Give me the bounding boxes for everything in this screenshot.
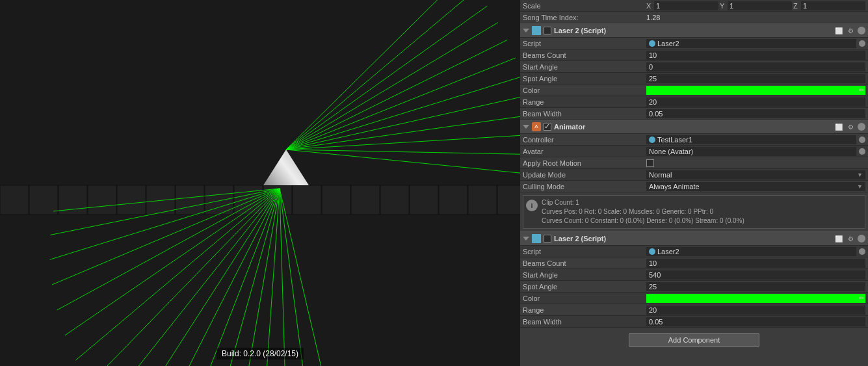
laser2-range-row: Range 20 bbox=[520, 304, 868, 316]
update-mode-label: Update Mode bbox=[523, 171, 646, 179]
apply-root-motion-checkbox[interactable] bbox=[646, 159, 654, 167]
laser1-color-bar[interactable]: ✏ bbox=[646, 86, 865, 95]
laser2-script-value[interactable]: Laser2 bbox=[646, 247, 856, 256]
laser1-circle-icon[interactable] bbox=[858, 27, 865, 34]
song-time-value: 1.28 bbox=[646, 14, 865, 21]
laser2-circle-icon[interactable] bbox=[858, 235, 865, 242]
laser2-page-icon[interactable]: ⬜ bbox=[834, 235, 844, 242]
animator-avatar-select-icon[interactable] bbox=[859, 148, 865, 155]
scale-row: Scale X 1 Y 1 Z 1 bbox=[520, 0, 868, 12]
laser2-spot-angle-label: Spot Angle bbox=[523, 283, 646, 291]
laser1-script-label: Script bbox=[523, 40, 646, 47]
animator-section-title: Animator bbox=[554, 123, 585, 131]
culling-mode-dropdown[interactable]: Always Animate ▼ bbox=[646, 182, 865, 191]
laser2-section-title: Laser 2 (Script) bbox=[554, 235, 606, 242]
laser1-spot-angle-row: Spot Angle 25 bbox=[520, 73, 868, 85]
z-axis-label: Z bbox=[793, 2, 800, 10]
animator-section-icons: ⬜ ⚙ bbox=[834, 123, 865, 131]
inspector-panel: Scale X 1 Y 1 Z 1 Song Time Index: 1.28 … bbox=[520, 0, 868, 366]
laser1-enabled-checkbox[interactable] bbox=[544, 27, 551, 34]
laser2-beams-count-value[interactable]: 10 bbox=[646, 259, 865, 268]
laser2-spot-angle-row: Spot Angle 25 bbox=[520, 281, 868, 293]
laser1-beams-count-value[interactable]: 10 bbox=[646, 51, 865, 60]
collapse-arrow-icon[interactable] bbox=[523, 29, 529, 33]
animator-controller-select-icon[interactable] bbox=[859, 137, 865, 143]
culling-mode-arrow-icon: ▼ bbox=[857, 182, 863, 191]
laser1-color-row: Color ✏ bbox=[520, 85, 868, 96]
laser2-beam-width-value[interactable]: 0.05 bbox=[646, 317, 865, 326]
laser1-start-angle-value[interactable]: 0 bbox=[646, 62, 865, 72]
laser1-range-value[interactable]: 20 bbox=[646, 98, 865, 107]
animator-controller-row: Controller TestLaser1 bbox=[520, 134, 868, 146]
laser1-page-icon[interactable]: ⬜ bbox=[834, 27, 844, 34]
laser1-spot-angle-value[interactable]: 25 bbox=[646, 74, 865, 83]
laser2-enabled-checkbox[interactable] bbox=[544, 235, 551, 242]
laser2-color-edit-icon[interactable]: ✏ bbox=[859, 294, 865, 302]
add-component-button[interactable]: Add Component bbox=[629, 333, 760, 347]
laser2-beams-count-label: Beams Count bbox=[523, 259, 646, 267]
animator-controller-value[interactable]: TestLaser1 bbox=[646, 135, 856, 144]
script-icon bbox=[532, 26, 541, 35]
laser2-start-angle-label: Start Angle bbox=[523, 271, 646, 279]
laser1-range-row: Range 20 bbox=[520, 96, 868, 108]
laser1-script-dot bbox=[649, 40, 655, 47]
scale-z-value[interactable]: 1 bbox=[801, 1, 865, 10]
update-mode-arrow-icon: ▼ bbox=[857, 170, 863, 179]
animator-enabled-checkbox[interactable] bbox=[544, 123, 551, 131]
info-text: Clip Count: 1 Curves Pos: 0 Rot: 0 Scale… bbox=[542, 198, 744, 226]
y-axis-label: Y bbox=[720, 2, 726, 10]
scale-y-value[interactable]: 1 bbox=[728, 1, 792, 10]
animator-page-icon[interactable]: ⬜ bbox=[834, 124, 844, 131]
laser1-section-header: Laser 2 (Script) ⬜ ⚙ bbox=[520, 23, 868, 38]
animator-avatar-label: Avatar bbox=[523, 148, 646, 155]
laser2-gear-icon[interactable]: ⚙ bbox=[847, 235, 855, 242]
laser1-beam-width-label: Beam Width bbox=[523, 110, 646, 118]
scale-z-field: Z 1 bbox=[793, 1, 865, 10]
song-time-row: Song Time Index: 1.28 bbox=[520, 12, 868, 23]
laser1-script-row: Script Laser2 bbox=[520, 38, 868, 49]
laser2-color-bar[interactable]: ✏ bbox=[646, 294, 865, 303]
laser1-section-icons: ⬜ ⚙ bbox=[834, 27, 865, 34]
apply-root-motion-row: Apply Root Motion bbox=[520, 157, 868, 169]
culling-mode-row: Culling Mode Always Animate ▼ bbox=[520, 181, 868, 192]
animator-section-header: A Animator ⬜ ⚙ bbox=[520, 120, 868, 134]
laser1-beam-width-value[interactable]: 0.05 bbox=[646, 109, 865, 118]
animator-circle-icon[interactable] bbox=[858, 123, 865, 131]
culling-mode-label: Culling Mode bbox=[523, 183, 646, 190]
scale-y-field: Y 1 bbox=[720, 1, 792, 10]
animator-gear-icon[interactable]: ⚙ bbox=[847, 124, 855, 131]
laser2-script-select-icon[interactable] bbox=[859, 248, 865, 255]
laser1-start-angle-row: Start Angle 0 bbox=[520, 61, 868, 73]
laser1-color-edit-icon[interactable]: ✏ bbox=[859, 86, 865, 94]
scale-x-field: X 1 bbox=[646, 1, 718, 10]
laser2-spot-angle-value[interactable]: 25 bbox=[646, 282, 865, 291]
animator-icon: A bbox=[532, 122, 541, 131]
add-component-row: Add Component bbox=[520, 328, 868, 352]
animator-info-box: i Clip Count: 1 Curves Pos: 0 Rot: 0 Sca… bbox=[523, 195, 865, 229]
scene-view: Build: 0.2.0 (28/02/15) bbox=[0, 0, 520, 366]
laser2-beam-width-label: Beam Width bbox=[523, 318, 646, 326]
laser1-gear-icon[interactable]: ⚙ bbox=[847, 27, 855, 34]
laser2-script-row: Script Laser2 bbox=[520, 246, 868, 257]
laser1-script-select-icon[interactable] bbox=[859, 40, 865, 47]
laser1-section-title: Laser 2 (Script) bbox=[554, 27, 606, 34]
x-axis-label: X bbox=[646, 2, 653, 10]
laser2-range-value[interactable]: 20 bbox=[646, 306, 865, 315]
scale-x-value[interactable]: 1 bbox=[654, 1, 718, 10]
laser2-section-header: Laser 2 (Script) ⬜ ⚙ bbox=[520, 231, 868, 246]
update-mode-row: Update Mode Normal ▼ bbox=[520, 169, 868, 181]
laser1-beam-width-row: Beam Width 0.05 bbox=[520, 108, 868, 120]
scale-label: Scale bbox=[523, 2, 646, 10]
animator-avatar-value[interactable]: None (Avatar) bbox=[646, 147, 856, 156]
laser2-color-row: Color ✏ bbox=[520, 293, 868, 304]
apply-root-motion-label: Apply Root Motion bbox=[523, 159, 646, 167]
build-label: Build: 0.2.0 (28/02/15) bbox=[217, 348, 304, 359]
animator-collapse-arrow-icon[interactable] bbox=[523, 125, 529, 129]
update-mode-dropdown[interactable]: Normal ▼ bbox=[646, 170, 865, 179]
laser1-script-value[interactable]: Laser2 bbox=[646, 39, 856, 48]
laser2-collapse-arrow-icon[interactable] bbox=[523, 237, 529, 241]
laser2-start-angle-value[interactable]: 540 bbox=[646, 270, 865, 280]
laser2-script-icon bbox=[532, 234, 541, 243]
laser2-section-icons: ⬜ ⚙ bbox=[834, 235, 865, 242]
laser1-start-angle-label: Start Angle bbox=[523, 63, 646, 71]
